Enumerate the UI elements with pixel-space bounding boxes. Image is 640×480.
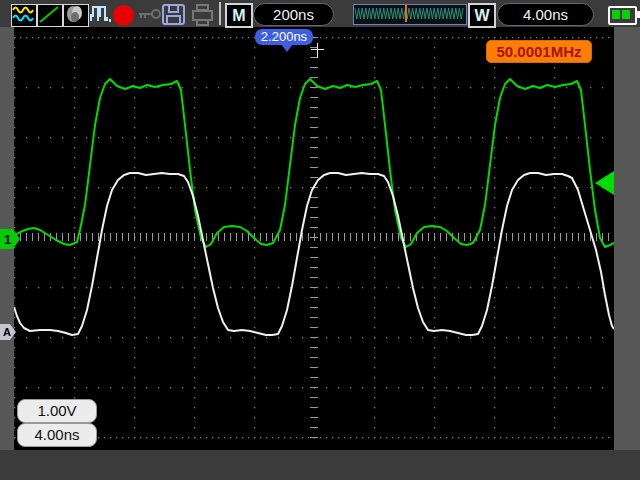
top-toolbar: M 200ns W 4.00ns xyxy=(0,0,640,27)
record-icon[interactable] xyxy=(113,5,134,26)
right-strip xyxy=(614,27,640,450)
main-timebase-value[interactable]: 200ns xyxy=(253,3,334,26)
preview-cursor[interactable] xyxy=(405,5,407,22)
frequency-readout: 50.0001MHz xyxy=(486,40,592,63)
battery-icon xyxy=(608,6,637,25)
oscilloscope-screen: M 200ns W 4.00ns 2.200ns 50.0001MHz 1 A … xyxy=(0,0,640,480)
volts-per-div-label[interactable]: 1.00V xyxy=(17,399,97,423)
delay-balloon[interactable]: 2.200ns xyxy=(255,29,313,45)
main-timebase-label: M xyxy=(225,3,253,28)
time-per-div-label[interactable]: 4.00ns xyxy=(17,423,97,447)
preview-window[interactable] xyxy=(353,4,467,25)
bottom-status-bar: DC 20 1.00V CH1 1.20V xyxy=(0,450,640,480)
window-timebase-value[interactable]: 4.00ns xyxy=(497,3,594,26)
slope-icon[interactable] xyxy=(37,4,63,27)
channels-icon[interactable] xyxy=(11,4,37,27)
pulse-icon[interactable] xyxy=(90,4,114,25)
noise-icon[interactable] xyxy=(63,4,89,27)
print-icon[interactable] xyxy=(191,4,214,26)
window-timebase-label: W xyxy=(468,3,496,28)
delay-balloon-pointer xyxy=(281,44,293,52)
lock-key-icon[interactable] xyxy=(138,8,162,20)
toolbar-divider xyxy=(219,2,221,25)
save-icon[interactable] xyxy=(162,4,186,26)
